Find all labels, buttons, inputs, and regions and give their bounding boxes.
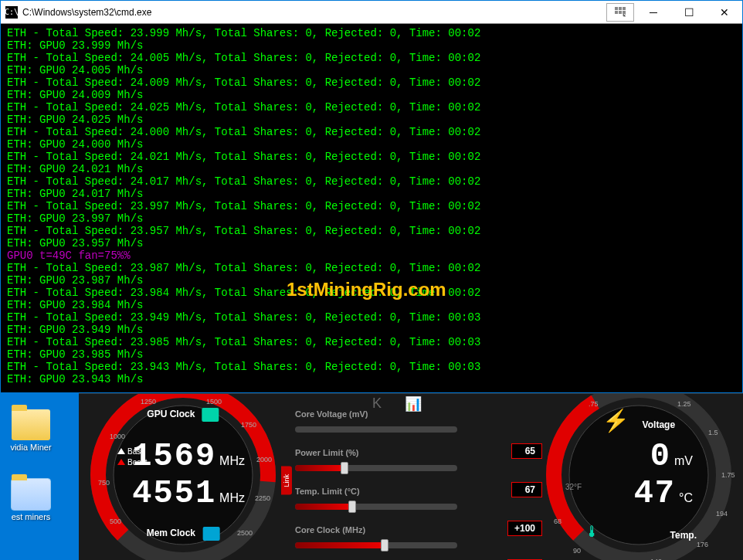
gpu-clock-label: GPU Clock [147,408,219,422]
mem-chip-icon [202,527,219,541]
cmd-line: ETH - Total Speed: 24.005 Mh/s, Total Sh… [7,52,736,64]
slider-track[interactable] [295,426,457,433]
slider-label: Temp. Limit (°C) [295,487,542,496]
slider-track[interactable] [295,542,457,548]
cmd-line: ETH: GPU0 24.009 Mh/s [7,89,736,101]
slider-label: Power Limit (%) [295,448,542,457]
cmd-line: ETH - Total Speed: 24.017 Mh/s, Total Sh… [7,175,736,188]
cmd-line: ETH: GPU0 23.984 Mh/s [7,299,736,311]
slider-thumb[interactable] [348,501,356,513]
temp-value: 47 [634,475,676,512]
desktop-folder[interactable]: vidia Miner [0,409,62,452]
icon-label: vidia Miner [0,443,62,452]
mem-clock-label: Mem Clock [147,527,220,541]
cmd-line: ETH - Total Speed: 23.987 Mh/s, Total Sh… [7,262,736,274]
slider-row: Temp. Limit (°C)67 [295,487,542,513]
cmd-output[interactable]: ETH - Total Speed: 23.999 Mh/s, Total Sh… [1,24,742,389]
close-button[interactable]: ✕ [707,1,742,23]
icon-label: est miners [0,512,62,521]
cmd-line: ETH: GPU0 23.943 Mh/s [7,373,736,385]
cmd-window: C:\ C:\Windows\system32\cmd.exe ─ ☐ ✕ ET… [0,0,743,393]
cmd-line: ETH: GPU0 23.987 Mh/s [7,274,736,287]
cmd-line: ETH - Total Speed: 24.000 Mh/s, Total Sh… [7,126,736,138]
cmd-line: ETH: GPU0 24.025 Mh/s [7,114,736,126]
slider-thumb[interactable] [341,462,348,474]
minimize-button[interactable]: ─ [636,1,671,23]
folder-icon [12,479,50,510]
voltage-temp-gauge: .75 1 1.25 1.5 1.75 68 90 140 176 194 ⚡ … [542,393,735,560]
link-tab[interactable]: Link [281,467,292,495]
svg-rect-2 [623,7,626,10]
slider-row: Core Voltage (mV) [295,409,542,436]
titlebar[interactable]: C:\ C:\Windows\system32\cmd.exe ─ ☐ ✕ [1,1,742,24]
slider-track[interactable] [295,465,457,471]
settings-grid-button[interactable] [606,3,634,22]
folder-icon [12,409,50,440]
maximize-button[interactable]: ☐ [671,1,707,23]
gpu-clock-value: 1569 [132,438,216,475]
cmd-line: ETH: GPU0 23.957 Mh/s [7,237,736,249]
cmd-line: ETH - Total Speed: 24.025 Mh/s, Total Sh… [7,101,736,114]
sliders-panel: Link Core Voltage (mV)Power Limit (%)65T… [295,409,542,560]
bolt-icon: ⚡ [602,409,629,433]
voltage-label: ⚡ Voltage [602,408,675,433]
slider-track[interactable] [295,504,457,510]
gpu-chip-icon [202,408,219,422]
temp-label: Temp. [670,530,697,541]
cmd-icon: C:\ [5,6,18,19]
desktop-folder[interactable]: est miners [0,479,62,521]
cmd-line: ETH - Total Speed: 24.021 Mh/s, Total Sh… [7,151,736,163]
svg-rect-0 [615,7,618,10]
svg-rect-3 [615,11,618,14]
fahrenheit-label: 32°F [565,483,582,491]
cmd-line: ETH: GPU0 24.021 Mh/s [7,163,736,175]
cmd-line: ETH: GPU0 24.000 Mh/s [7,138,736,151]
thermometer-icon: 🌡 [585,523,600,541]
cmd-line: ETH - Total Speed: 23.949 Mh/s, Total Sh… [7,311,736,324]
slider-value[interactable]: +100 [507,521,542,536]
window-title: C:\Windows\system32\cmd.exe [22,7,606,18]
cmd-line: ETH: GPU0 23.949 Mh/s [7,324,736,336]
cmd-line: ETH - Total Speed: 24.009 Mh/s, Total Sh… [7,76,736,89]
cmd-line: ETH - Total Speed: 23.999 Mh/s, Total Sh… [7,27,736,39]
cmd-line: ETH - Total Speed: 23.957 Mh/s, Total Sh… [7,225,736,237]
slider-row: Core Clock (MHz)+100 [295,525,542,552]
cmd-line: GPU0 t=49C fan=75%% [7,249,736,262]
svg-rect-4 [619,11,622,14]
cmd-line: ETH: GPU0 23.999 Mh/s [7,39,736,52]
cmd-line: ETH: GPU0 23.985 Mh/s [7,348,736,361]
gpu-clock-gauge: 500 750 1000 1250 1500 1750 2000 2250 25… [87,393,280,560]
svg-rect-1 [619,7,622,10]
cmd-line: ETH: GPU0 24.005 Mh/s [7,64,736,76]
slider-thumb[interactable] [381,539,388,552]
slider-label: Core Clock (MHz) [295,525,542,535]
slider-row: Power Limit (%)65 [295,448,542,474]
slider-value[interactable]: 67 [511,482,542,497]
cmd-line: ETH - Total Speed: 23.985 Mh/s, Total Sh… [7,336,736,348]
mem-clock-value: 4551 [132,475,216,512]
cmd-line: ETH - Total Speed: 23.984 Mh/s, Total Sh… [7,287,736,299]
slider-value[interactable]: 65 [511,443,542,459]
cmd-line: ETH - Total Speed: 23.943 Mh/s, Total Sh… [7,361,736,373]
slider-label: Core Voltage (mV) [295,409,542,419]
cmd-line: ETH: GPU0 23.997 Mh/s [7,212,736,225]
voltage-value: 0 [650,438,671,475]
cmd-line: ETH - Total Speed: 23.997 Mh/s, Total Sh… [7,200,736,212]
cmd-line: ETH: GPU0 24.017 Mh/s [7,188,736,200]
afterburner-panel: K 📊 500 750 1000 1250 1500 1750 2000 225… [79,393,743,560]
